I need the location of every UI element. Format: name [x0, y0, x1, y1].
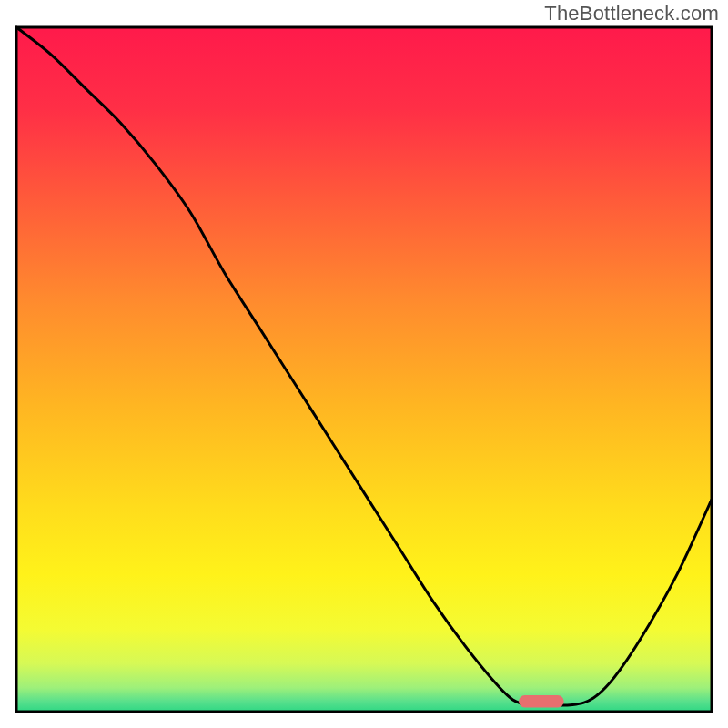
bottleneck-chart — [0, 0, 728, 728]
plot-background — [16, 27, 712, 712]
chart-container: TheBottleneck.com — [0, 0, 728, 728]
watermark-text: TheBottleneck.com — [544, 2, 719, 25]
optimal-marker — [519, 695, 564, 708]
